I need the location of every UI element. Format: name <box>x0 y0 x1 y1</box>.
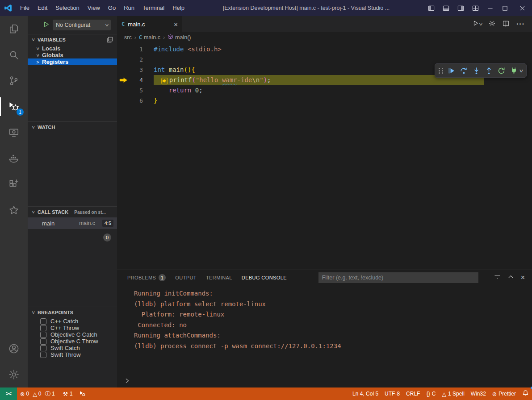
panel-tab-label: TERMINAL <box>206 275 232 280</box>
breakpoint-gutter[interactable] <box>117 65 130 75</box>
breadcrumb-item[interactable]: Cmain.c <box>139 34 160 41</box>
tab-close-icon[interactable]: × <box>174 21 178 28</box>
debug-step-out-icon[interactable] <box>483 64 495 77</box>
watch-header[interactable]: > WATCH <box>28 122 117 133</box>
collapse-all-icon[interactable] <box>107 37 113 43</box>
breakpoint-item[interactable]: C++ Catch <box>28 318 117 325</box>
menu-edit[interactable]: Edit <box>34 0 51 16</box>
menu-help[interactable]: Help <box>168 0 189 16</box>
run-file-button[interactable]: v <box>473 20 482 28</box>
debug-step-over-icon[interactable] <box>458 64 470 77</box>
breakpoint-checkbox[interactable] <box>40 352 46 358</box>
menu-terminal[interactable]: Terminal <box>138 0 168 16</box>
call-stack-header[interactable]: > CALL STACK Paused on st... <box>28 207 117 217</box>
remote-indicator[interactable]: >< <box>0 388 17 400</box>
breakpoint-checkbox[interactable] <box>40 338 46 345</box>
activity-item-run-debug[interactable]: 1 <box>0 94 28 120</box>
activity-item-search[interactable] <box>0 42 28 68</box>
language-mode[interactable]: {}C <box>423 388 439 400</box>
code-editor[interactable]: v 1#include <stdio.h>23int main(){4 prin… <box>117 43 532 270</box>
inline-breakpoint-icon[interactable] <box>161 78 168 84</box>
menu-selection[interactable]: Selection <box>51 0 83 16</box>
debug-disconnect-icon[interactable] <box>508 64 520 77</box>
breakpoint-item[interactable]: Objective C Catch <box>28 331 117 338</box>
panel-tab-problems[interactable]: PROBLEMS1 <box>127 270 166 285</box>
breakpoint-item[interactable]: Swift Throw <box>28 351 117 358</box>
platform-status[interactable]: Win32 <box>468 388 489 400</box>
debug-console[interactable]: Running initCommands:(lldb) platform sel… <box>117 285 532 388</box>
formatter-status[interactable]: ⊘Prettier <box>489 388 519 400</box>
panel-tab-label: OUTPUT <box>175 275 197 280</box>
panel-tab-terminal[interactable]: TERMINAL <box>206 270 232 285</box>
activity-item-extensions[interactable] <box>0 171 28 197</box>
activity-item-star[interactable] <box>0 197 28 223</box>
breakpoint-gutter[interactable] <box>117 96 130 106</box>
close-panel-icon[interactable]: × <box>521 274 525 281</box>
filter-icon[interactable] <box>494 274 501 282</box>
breakpoint-checkbox[interactable] <box>40 332 46 338</box>
panel-tab-debug-console[interactable]: DEBUG CONSOLE <box>242 270 287 285</box>
customize-layout-icon[interactable] <box>468 0 483 16</box>
maximize-panel-icon[interactable] <box>507 274 514 282</box>
activity-item-docker[interactable] <box>0 146 28 171</box>
breakpoint-checkbox[interactable] <box>40 325 46 331</box>
call-stack-frame-row[interactable]: main main.c 4:5 <box>28 217 117 229</box>
warning-icon: △ <box>33 391 37 397</box>
start-debug-icon[interactable] <box>43 21 50 29</box>
code-line[interactable]: 5 return 0; <box>117 85 532 96</box>
toggle-secondary-sidebar-icon[interactable] <box>453 0 468 16</box>
debug-continue-icon[interactable] <box>445 64 458 77</box>
menu-run[interactable]: Run <box>120 0 138 16</box>
maximize-button[interactable] <box>498 0 512 16</box>
variables-scope-globals[interactable]: >Globals <box>28 52 117 58</box>
variables-scope-locals[interactable]: >Locals <box>28 45 117 52</box>
tab-main-c[interactable]: C main.c × <box>117 16 182 32</box>
breakpoints-header[interactable]: > BREAKPOINTS <box>28 307 117 318</box>
console-input-chevron-icon[interactable] <box>124 378 130 384</box>
breakpoint-gutter[interactable] <box>117 54 130 65</box>
panel-tab-output[interactable]: OUTPUT <box>175 270 197 285</box>
tools-status[interactable]: ⚒1 <box>60 388 76 400</box>
breakpoint-checkbox[interactable] <box>40 318 46 325</box>
notifications-bell[interactable] <box>519 388 532 400</box>
spell-status[interactable]: △1 Spell <box>439 388 467 400</box>
close-button[interactable] <box>512 0 532 16</box>
activity-item-remote-explorer[interactable] <box>0 120 28 146</box>
menu-view[interactable]: View <box>84 0 104 16</box>
activity-item-settings[interactable] <box>0 362 28 388</box>
breakpoint-item[interactable]: Objective C Throw <box>28 338 117 345</box>
drag-handle-icon[interactable] <box>439 68 444 74</box>
breakpoint-gutter[interactable] <box>117 85 130 96</box>
breakpoint-gutter[interactable] <box>117 44 130 54</box>
activity-item-source-control[interactable] <box>0 68 28 94</box>
breakpoint-checkbox[interactable] <box>40 345 46 351</box>
breadcrumb-item[interactable]: src <box>124 34 132 41</box>
debug-restart-icon[interactable] <box>495 64 508 77</box>
activity-item-explorer[interactable] <box>0 16 28 42</box>
variables-scope-registers[interactable]: >Registers <box>28 58 117 65</box>
activity-item-account[interactable] <box>0 336 28 362</box>
minimize-button[interactable] <box>483 0 498 16</box>
breakpoint-item[interactable]: Swift Catch <box>28 345 117 351</box>
code-line[interactable]: 6} <box>117 96 532 106</box>
split-editor-icon[interactable] <box>503 20 509 29</box>
debug-status[interactable] <box>76 388 88 400</box>
gear-icon[interactable] <box>489 20 495 29</box>
toggle-sidebar-icon[interactable] <box>424 0 439 16</box>
debug-configuration-select[interactable]: No Configurat v <box>53 20 111 30</box>
encoding-status[interactable]: UTF-8 <box>381 388 403 400</box>
eol-status[interactable]: CRLF <box>403 388 423 400</box>
breadcrumb-item[interactable]: main() <box>168 34 191 41</box>
menu-file[interactable]: File <box>16 0 34 16</box>
problems-status[interactable]: ⊗0 △0 ⓘ1 <box>17 388 60 400</box>
chevron-down-icon[interactable]: v <box>519 68 523 73</box>
debug-step-into-icon[interactable] <box>470 64 483 77</box>
code-line[interactable]: 1#include <stdio.h> <box>117 44 532 54</box>
console-filter-input[interactable] <box>318 272 478 283</box>
variables-header[interactable]: > VARIABLES <box>28 34 117 45</box>
breakpoint-item[interactable]: C++ Throw <box>28 325 117 331</box>
more-actions-icon[interactable]: ··· <box>516 20 525 28</box>
menu-go[interactable]: Go <box>104 0 120 16</box>
cursor-position[interactable]: Ln 4, Col 5 <box>349 388 381 400</box>
toggle-panel-icon[interactable] <box>439 0 453 16</box>
